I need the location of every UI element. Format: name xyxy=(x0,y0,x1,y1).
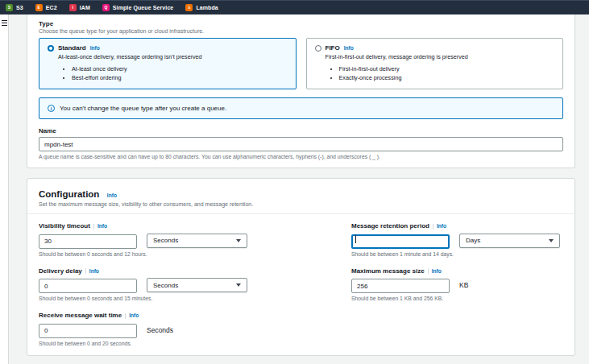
s3-icon: S xyxy=(6,4,13,11)
favorite-s3[interactable]: S S3 xyxy=(6,4,23,11)
select-value: Days xyxy=(466,237,480,244)
name-section: Name A queue name is case-sensitive and … xyxy=(39,127,563,159)
favorite-label: S3 xyxy=(16,5,23,10)
favorite-ec2[interactable]: E EC2 xyxy=(35,4,57,11)
configuration-title: Configuration xyxy=(39,189,99,199)
type-section-label: Type xyxy=(39,20,563,27)
fifo-bullet-list: First-in-first-out delivery Exactly-once… xyxy=(339,64,555,82)
message-retention-field: Message retention periodInfo Days Should… xyxy=(351,222,566,257)
text-cursor xyxy=(355,235,356,243)
maximum-message-size-info-link[interactable]: Info xyxy=(432,268,442,274)
info-circle-icon: i xyxy=(48,105,55,112)
type-section-description: Choose the queue type for your applicati… xyxy=(39,28,563,34)
message-retention-label: Message retention period xyxy=(351,222,429,230)
fifo-description: First-in-first-out delivery, message ord… xyxy=(326,53,555,60)
standard-queue-tile[interactable]: Standard Info At-least-once delivery, me… xyxy=(39,38,297,89)
receive-wait-time-label: Receive message wait time xyxy=(39,312,122,319)
name-helper-text: A queue name is case-sensitive and can h… xyxy=(39,154,563,159)
configuration-description: Set the maximum message size, visibility… xyxy=(39,201,563,207)
ec2-icon: E xyxy=(35,4,43,11)
message-retention-helper: Should be between 1 minute and 14 days. xyxy=(351,251,566,257)
favorite-iam[interactable]: I IAM xyxy=(69,4,90,11)
lambda-icon: λ xyxy=(185,4,193,11)
name-label: Name xyxy=(39,127,563,134)
delivery-delay-label: Delivery delay xyxy=(39,267,82,275)
select-value: Seconds xyxy=(153,237,178,244)
receive-wait-time-input[interactable] xyxy=(39,324,137,338)
maximum-message-size-input[interactable] xyxy=(351,279,450,293)
delivery-delay-unit-select[interactable]: Seconds xyxy=(147,278,247,292)
receive-wait-time-info-link[interactable]: Info xyxy=(129,312,139,318)
favorites-bar: S S3 E EC2 I IAM Q Simple Queue Service … xyxy=(0,0,589,14)
delivery-delay-helper: Should be between 0 seconds and 15 minut… xyxy=(39,296,297,301)
bullet-item: At-least once delivery xyxy=(72,64,288,73)
standard-info-link[interactable]: Info xyxy=(90,45,100,51)
favorite-label: EC2 xyxy=(46,5,57,10)
message-retention-unit-select[interactable]: Days xyxy=(459,234,560,248)
favorite-lambda[interactable]: λ Lambda xyxy=(185,4,218,11)
visibility-timeout-unit-select[interactable]: Seconds xyxy=(147,234,247,248)
header-divider xyxy=(27,213,574,214)
message-retention-input[interactable] xyxy=(351,234,450,249)
visibility-timeout-label: Visibility timeout xyxy=(39,222,90,230)
standard-bullet-list: At-least once delivery Best-effort order… xyxy=(72,64,288,82)
favorite-label: Lambda xyxy=(196,5,218,10)
favorite-label: IAM xyxy=(80,5,90,10)
bullet-item: First-in-first-out delivery xyxy=(339,64,555,73)
favorite-label: Simple Queue Service xyxy=(113,5,174,10)
delivery-delay-info-link[interactable]: Info xyxy=(89,268,99,274)
receive-wait-time-helper: Should be between 0 and 20 seconds. xyxy=(39,341,297,346)
configuration-grid: Visibility timeoutInfo Seconds Should be… xyxy=(39,222,563,346)
queue-type-info-alert: i You can't change the queue type after … xyxy=(39,97,563,119)
fifo-radio-button[interactable] xyxy=(315,45,321,52)
fifo-label: FIFO xyxy=(326,44,340,52)
caret-down-icon xyxy=(236,239,241,242)
favorite-sqs[interactable]: Q Simple Queue Service xyxy=(102,4,174,11)
delivery-delay-field: Delivery delayInfo Seconds Should be bet… xyxy=(39,267,297,302)
create-queue-form: Type Choose the queue type for your appl… xyxy=(27,14,575,356)
receive-wait-time-unit: Seconds xyxy=(147,326,173,334)
side-nav-rail xyxy=(0,14,9,364)
caret-down-icon xyxy=(236,283,241,287)
caret-down-icon xyxy=(549,239,554,242)
sqs-icon: Q xyxy=(102,4,110,11)
maximum-message-size-field: Maximum message sizeInfo KB Should be be… xyxy=(351,267,566,302)
select-value: Seconds xyxy=(153,282,178,289)
hamburger-menu-icon[interactable] xyxy=(2,20,7,26)
receive-wait-time-field: Receive message wait timeInfo Seconds Sh… xyxy=(39,312,297,346)
visibility-timeout-info-link[interactable]: Info xyxy=(97,223,107,229)
visibility-timeout-helper: Should be between 0 seconds and 12 hours… xyxy=(39,251,297,257)
queue-type-panel: Type Choose the queue type for your appl… xyxy=(27,14,575,168)
visibility-timeout-input[interactable] xyxy=(39,234,137,249)
bullet-item: Exactly-once processing xyxy=(339,73,555,82)
bullet-item: Best-effort ordering xyxy=(72,73,288,82)
queue-name-input[interactable] xyxy=(39,137,563,151)
fifo-info-link[interactable]: Info xyxy=(344,45,354,51)
configuration-panel: Configuration Info Set the maximum messa… xyxy=(27,178,575,356)
visibility-timeout-field: Visibility timeoutInfo Seconds Should be… xyxy=(39,222,297,257)
iam-icon: I xyxy=(69,4,77,11)
queue-type-options: Standard Info At-least-once delivery, me… xyxy=(39,38,563,89)
configuration-info-link[interactable]: Info xyxy=(107,192,117,198)
maximum-message-size-label: Maximum message size xyxy=(351,267,425,275)
message-retention-info-link[interactable]: Info xyxy=(437,223,446,229)
standard-description: At-least-once delivery, message ordering… xyxy=(58,53,288,60)
maximum-message-size-unit: KB xyxy=(459,281,468,289)
standard-label: Standard xyxy=(58,44,86,52)
alert-text: You can't change the queue type after yo… xyxy=(60,105,226,112)
delivery-delay-input[interactable] xyxy=(39,279,137,293)
fifo-queue-tile[interactable]: FIFO Info First-in-first-out delivery, m… xyxy=(306,38,564,89)
standard-radio-button[interactable] xyxy=(48,45,54,52)
maximum-message-size-helper: Should be between 1 KB and 256 KB. xyxy=(351,296,566,301)
